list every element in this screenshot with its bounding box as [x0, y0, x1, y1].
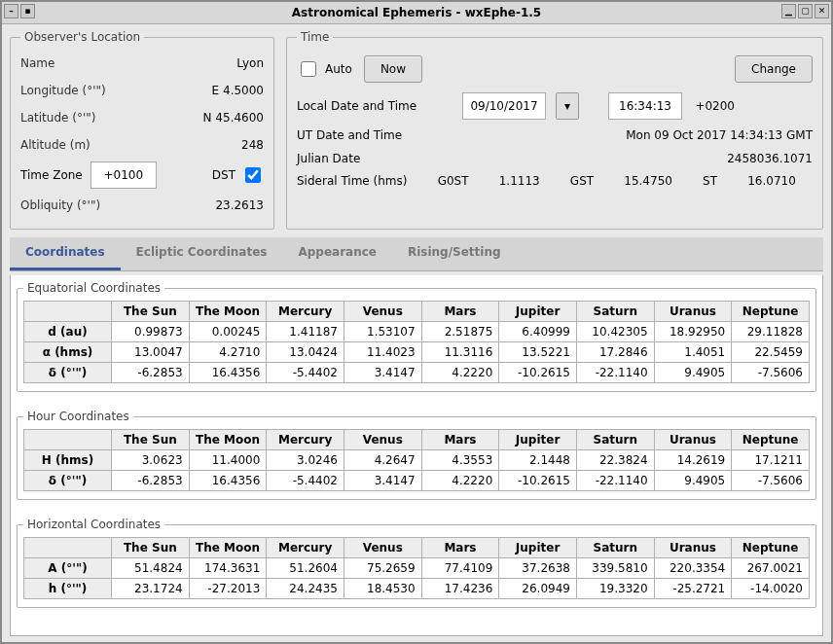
observers-location-group: Observer's Location Name Lyon Longitude … [10, 30, 274, 230]
latitude-label: Latitude (°'") [20, 111, 95, 125]
minimize-icon[interactable]: ▁ [781, 4, 796, 18]
hour-table: The SunThe MoonMercuryVenusMarsJupiterSa… [23, 429, 810, 491]
table-header: Mercury [267, 430, 344, 450]
equatorial-group: Equatorial Coordinates The SunThe MoonMe… [17, 281, 816, 392]
row-header: h (°'") [24, 579, 112, 599]
titlebar: – ▪ Astronomical Ephemeris - wxEphe-1.5 … [2, 2, 831, 24]
table-row: A (°'")51.4824174.363151.260475.265977.4… [24, 558, 810, 579]
table-cell: 17.2846 [576, 342, 654, 363]
table-header: Mars [421, 430, 499, 450]
ut-datetime-label: UT Date and Time [297, 128, 402, 142]
table-cell: 9.4905 [654, 471, 732, 491]
table-cell: -6.2853 [112, 471, 190, 491]
table-cell: 3.4147 [344, 363, 421, 383]
table-header: Mercury [267, 538, 344, 558]
table-cell: 1.41187 [267, 322, 344, 342]
time-legend: Time [297, 30, 333, 44]
date-input[interactable] [462, 92, 546, 120]
table-cell: -5.4402 [267, 471, 344, 491]
table-header: Neptune [732, 538, 810, 558]
table-header: Mars [421, 302, 499, 322]
tab-appearance[interactable]: Appearance [282, 237, 392, 270]
close-icon[interactable]: ✕ [815, 4, 829, 18]
table-header: Neptune [732, 302, 810, 322]
auto-checkbox[interactable] [301, 61, 316, 77]
table-header: Venus [344, 430, 421, 450]
row-header: H (hms) [24, 450, 112, 471]
local-datetime-label: Local Date and Time [297, 99, 443, 113]
timezone-input[interactable] [91, 161, 157, 189]
table-cell: 77.4109 [421, 558, 499, 579]
row-header: δ (°'") [24, 471, 112, 491]
table-cell: 24.2435 [267, 579, 344, 599]
table-cell: 1.53107 [344, 322, 421, 342]
table-header: The Moon [189, 430, 267, 450]
altitude-label: Altitude (m) [20, 138, 91, 152]
longitude-value: E 4.5000 [212, 84, 264, 97]
tab-ecliptic[interactable]: Ecliptic Coordinates [121, 237, 283, 270]
table-cell: -10.2615 [499, 471, 577, 491]
table-cell: 75.2659 [344, 558, 421, 579]
horizontal-legend: Horizontal Coordinates [23, 518, 164, 531]
table-cell: 18.92950 [654, 322, 732, 342]
window-sticky-icon[interactable]: ▪ [20, 4, 35, 18]
table-cell: -7.5606 [732, 363, 810, 383]
table-cell: 37.2638 [499, 558, 577, 579]
table-header: Uranus [654, 538, 732, 558]
dst-checkbox[interactable] [245, 167, 261, 183]
maximize-icon[interactable]: ▢ [798, 4, 813, 18]
julian-date-label: Julian Date [297, 152, 360, 165]
table-cell: 0.00245 [189, 322, 267, 342]
table-cell: 10.42305 [576, 322, 654, 342]
table-cell: 13.5221 [499, 342, 577, 363]
table-cell: 2.51875 [421, 322, 499, 342]
table-cell: 4.2220 [421, 363, 499, 383]
table-row: h (°'")23.1724-27.201324.243518.453017.4… [24, 579, 810, 599]
table-header: Saturn [576, 538, 654, 558]
gst-label: GST [570, 174, 610, 188]
table-cell: 0.99873 [112, 322, 190, 342]
table-cell: 14.2619 [654, 450, 732, 471]
observers-location-legend: Observer's Location [20, 30, 144, 44]
obliquity-value: 23.2613 [215, 198, 264, 212]
tab-rising[interactable]: Rising/Setting [392, 237, 517, 270]
change-button[interactable]: Change [735, 55, 813, 83]
equatorial-table: The SunThe MoonMercuryVenusMarsJupiterSa… [23, 301, 810, 383]
ut-datetime-value: Mon 09 Oct 2017 14:34:13 GMT [626, 128, 813, 142]
table-cell: 23.1724 [112, 579, 190, 599]
table-header: Jupiter [499, 430, 577, 450]
now-button[interactable]: Now [364, 55, 422, 83]
horizontal-group: Horizontal Coordinates The SunThe MoonMe… [17, 518, 816, 608]
table-cell: 18.4530 [344, 579, 421, 599]
table-cell: -14.0020 [732, 579, 810, 599]
name-value: Lyon [236, 56, 264, 70]
tz-offset-value: +0200 [692, 99, 735, 113]
table-cell: 13.0047 [112, 342, 190, 363]
latitude-value: N 45.4600 [203, 111, 264, 125]
time-input[interactable] [608, 92, 682, 120]
chevron-down-icon: ▾ [564, 99, 570, 113]
date-dropdown-button[interactable]: ▾ [556, 92, 579, 120]
dst-label: DST [212, 168, 235, 182]
gst-value: 15.4750 [624, 174, 689, 188]
table-row: d (au)0.998730.002451.411871.531072.5187… [24, 322, 810, 342]
tab-coordinates[interactable]: Coordinates [10, 237, 121, 270]
table-cell: 13.0424 [267, 342, 344, 363]
table-header: Venus [344, 538, 421, 558]
table-header: The Moon [189, 302, 267, 322]
longitude-label: Longitude (°'") [20, 84, 106, 97]
row-header: δ (°'") [24, 363, 112, 383]
table-cell: 16.4356 [189, 471, 267, 491]
st-label: ST [703, 174, 734, 188]
table-header: Mars [421, 538, 499, 558]
obliquity-label: Obliquity (°'") [20, 198, 100, 212]
table-header: The Sun [112, 538, 190, 558]
window-menu-icon[interactable]: – [4, 4, 18, 18]
table-cell: 339.5810 [576, 558, 654, 579]
table-cell: 22.3824 [576, 450, 654, 471]
table-cell: 4.2647 [344, 450, 421, 471]
table-cell: -10.2615 [499, 363, 577, 383]
julian-date-value: 2458036.1071 [727, 152, 813, 165]
table-cell: 220.3354 [654, 558, 732, 579]
table-cell: -25.2721 [654, 579, 732, 599]
